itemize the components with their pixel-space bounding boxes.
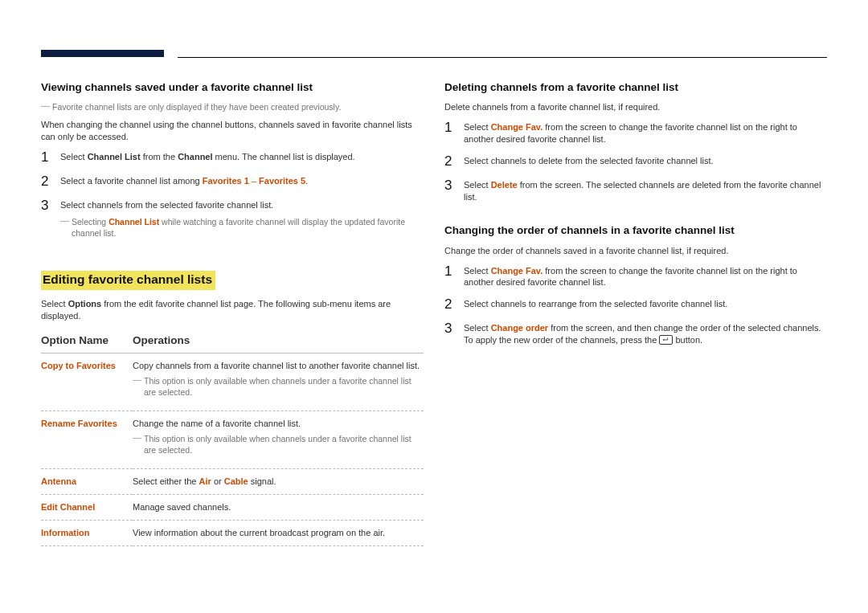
text: –	[249, 176, 259, 186]
text: button.	[673, 335, 702, 345]
bold: Channel	[178, 152, 212, 161]
row-note: This option is only available when chann…	[133, 433, 424, 456]
table-row: Antenna Select either the Air or Cable s…	[41, 469, 424, 495]
page-header	[41, 50, 827, 62]
text: from the screen. The selected channels a…	[464, 180, 821, 202]
enter-icon	[659, 335, 673, 345]
emphasis: Favorites 5	[259, 176, 305, 186]
step-2: Select channels to rearrange from the se…	[444, 298, 827, 313]
text: Manage saved channels.	[133, 502, 231, 512]
heading-deleting: Deleting channels from a favorite channe…	[444, 80, 827, 95]
option-name: Rename Favorites	[41, 419, 117, 428]
page: Viewing channels saved under a favorite …	[0, 0, 868, 613]
table-row: Copy to Favorites Copy channels from a f…	[41, 353, 424, 411]
step-2: Select channels to delete from the selec…	[444, 155, 827, 170]
table-row: Rename Favorites Change the name of a fa…	[41, 411, 424, 469]
steps-viewing: Select Channel List from the Channel men…	[41, 151, 424, 239]
option-name: Edit Channel	[41, 502, 95, 512]
note-viewing: Favorite channel lists are only displaye…	[41, 101, 424, 112]
text: .	[305, 176, 308, 186]
text: Select	[464, 323, 491, 333]
intro-deleting: Delete channels from a favorite channel …	[444, 101, 827, 113]
header-rule	[178, 57, 827, 58]
heading-viewing: Viewing channels saved under a favorite …	[41, 80, 424, 95]
content-columns: Viewing channels saved under a favorite …	[41, 80, 827, 546]
table-row: Edit Channel Manage saved channels.	[41, 495, 424, 521]
col-operations: Operations	[133, 330, 424, 353]
table-row: Information View information about the c…	[41, 521, 424, 546]
emphasis: Change order	[491, 323, 549, 333]
emphasis: Air	[199, 476, 211, 486]
step-3: Select Delete from the screen. The selec…	[444, 179, 827, 203]
text: Select channels to rearrange from the se…	[464, 299, 727, 309]
text: Select channels from the selected favori…	[60, 200, 273, 210]
emphasis: Cable	[224, 476, 248, 486]
text: Select either the	[133, 476, 199, 486]
text: from the	[141, 152, 178, 161]
section-ordering: Changing the order of channels in a favo…	[444, 223, 827, 345]
text: Change the name of a favorite channel li…	[133, 419, 301, 428]
step-1: Select Change Fav. from the screen to ch…	[444, 265, 827, 289]
intro-editing: Select Options from the edit favorite ch…	[41, 298, 424, 322]
text: Select	[464, 266, 491, 276]
section-deleting: Deleting channels from a favorite channe…	[444, 80, 827, 202]
text: Copy channels from a favorite channel li…	[133, 361, 420, 370]
steps-ordering: Select Change Fav. from the screen to ch…	[444, 265, 827, 346]
step-3: Select Change order from the screen, and…	[444, 322, 827, 346]
emphasis: Favorites 1	[203, 176, 249, 186]
option-name: Antenna	[41, 476, 76, 486]
text: menu. The channel list is displayed.	[213, 152, 355, 161]
text: or	[211, 476, 224, 486]
text: Select	[464, 180, 491, 190]
steps-deleting: Select Change Fav. from the screen to ch…	[444, 121, 827, 202]
left-column: Viewing channels saved under a favorite …	[41, 80, 424, 546]
section-editing: Editing favorite channel lists Select Op…	[41, 260, 424, 546]
step-3: Select channels from the selected favori…	[41, 199, 424, 239]
note-step3: Selecting Channel List while watching a …	[60, 216, 424, 239]
heading-editing-highlight: Editing favorite channel lists	[41, 271, 215, 290]
text: Select a favorite channel list among	[60, 176, 203, 186]
step-1: Select Change Fav. from the screen to ch…	[444, 121, 827, 145]
text: Selecting	[72, 217, 108, 227]
emphasis: Channel List	[108, 217, 159, 227]
option-name: Copy to Favorites	[41, 361, 116, 370]
bold: Channel List	[88, 152, 141, 161]
emphasis: Change Fav.	[491, 266, 543, 276]
bold: Options	[68, 299, 102, 309]
text: Select channels to delete from the selec…	[464, 156, 714, 166]
intro-ordering: Change the order of channels saved in a …	[444, 245, 827, 257]
right-column: Deleting channels from a favorite channe…	[444, 80, 827, 546]
emphasis: Change Fav.	[491, 122, 543, 132]
text: signal.	[248, 476, 276, 486]
options-table: Option Name Operations Copy to Favorites…	[41, 330, 424, 546]
text: Select	[60, 152, 88, 161]
text: View information about the current broad…	[133, 528, 385, 537]
text: Select	[464, 122, 491, 132]
emphasis: Delete	[491, 180, 518, 190]
text: Select	[41, 299, 68, 309]
row-note: This option is only available when chann…	[133, 375, 424, 398]
col-option-name: Option Name	[41, 330, 133, 353]
step-2: Select a favorite channel list among Fav…	[41, 175, 424, 190]
step-1: Select Channel List from the Channel men…	[41, 151, 424, 166]
intro-viewing: When changing the channel using the chan…	[41, 119, 424, 143]
option-name: Information	[41, 528, 90, 537]
section-viewing: Viewing channels saved under a favorite …	[41, 80, 424, 239]
header-accent-block	[41, 50, 164, 57]
heading-ordering: Changing the order of channels in a favo…	[444, 223, 827, 238]
